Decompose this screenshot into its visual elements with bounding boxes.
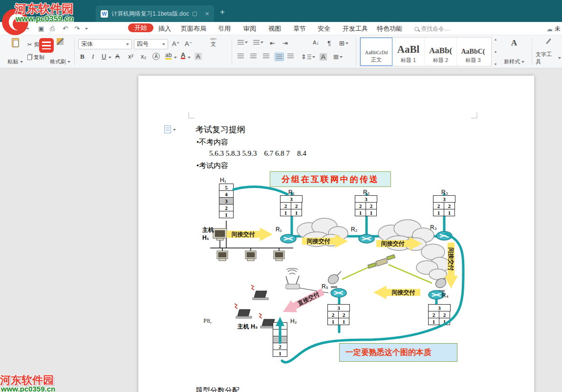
label-router5: R₅ xyxy=(322,283,328,290)
file-menu-label: 文件 xyxy=(12,24,24,33)
align-center-button[interactable] xyxy=(250,54,257,58)
tab-document[interactable]: W 计算机网络复习1.1beta版.doc × xyxy=(96,5,214,22)
numbered-list-button[interactable] xyxy=(253,40,263,44)
pinyin-guide-button[interactable]: wén 文 xyxy=(210,37,216,47)
menu-section-label: 章节 xyxy=(293,24,306,33)
menu-review[interactable]: 审阅 xyxy=(243,24,256,33)
doc-page-ref[interactable]: P8, xyxy=(203,317,212,325)
tab-close-icon[interactable]: × xyxy=(205,10,209,18)
menu-section[interactable]: 章节 xyxy=(293,24,306,33)
doc-bullet-line[interactable]: •考试内容 xyxy=(196,161,228,170)
undo-icon[interactable]: ↶ xyxy=(63,25,68,32)
style-preview: AaBl xyxy=(397,43,420,56)
chevron-down-icon[interactable] xyxy=(188,57,191,59)
paste-button[interactable]: 粘贴 xyxy=(5,38,25,65)
show-marks-button[interactable]: ¶ xyxy=(327,40,331,47)
new-style-button[interactable]: A 新样式 xyxy=(501,38,527,65)
doc-exclude-line[interactable]: 5.6.3 5.8.3 5.9.3 6.7 6.8 7 8.4 xyxy=(209,149,306,158)
scroll-down-icon[interactable]: ▾ xyxy=(495,50,497,54)
highlight-color-button[interactable]: ab xyxy=(165,53,172,60)
tab-home[interactable]: 格式模板 xyxy=(42,5,75,22)
chevron-down-icon[interactable] xyxy=(85,28,88,30)
save-icon[interactable]: ▣ xyxy=(38,25,44,32)
font-color-button[interactable]: A xyxy=(181,52,185,59)
style-heading3[interactable]: AaBbC( 标题 3 xyxy=(457,38,489,66)
bullet-list-button[interactable] xyxy=(238,40,248,44)
menu-review-label: 审阅 xyxy=(243,24,256,33)
scroll-up-icon[interactable]: ▴ xyxy=(495,37,497,41)
menu-special-features[interactable]: 特色功能 xyxy=(377,24,402,33)
redo-icon[interactable]: ↷ xyxy=(74,25,80,32)
paragraph-handle-icon[interactable] xyxy=(164,125,171,133)
underline-button[interactable]: U xyxy=(102,53,106,60)
tab-stops-button[interactable]: ⊞ xyxy=(339,40,348,47)
style-preview: AaBb( xyxy=(429,46,452,56)
cloud-sync-icon: ☁ xyxy=(546,25,553,33)
strikethrough-button[interactable]: A xyxy=(115,53,120,60)
character-shading-button[interactable]: A xyxy=(195,53,202,60)
sync-status[interactable]: ☁ 未 xyxy=(546,24,561,33)
style-heading1[interactable]: AaBl 标题 1 xyxy=(392,38,425,66)
distribute-button[interactable] xyxy=(287,54,294,58)
cut-button[interactable]: ✂ 剪切 xyxy=(27,41,44,48)
menu-view[interactable]: 视图 xyxy=(268,24,281,33)
increase-indent-button[interactable]: ⇥ xyxy=(282,40,288,47)
divider xyxy=(232,38,232,65)
line-spacing-button[interactable]: ⇕ xyxy=(301,53,315,61)
chevron-down-icon xyxy=(126,43,129,45)
cut-label: 剪切 xyxy=(34,41,44,48)
format-painter-button[interactable]: 格式刷 xyxy=(49,38,71,65)
doc-bottom-line[interactable]: 题型分数分配 xyxy=(195,386,239,392)
shrink-font-button[interactable]: A⁻ xyxy=(185,40,193,47)
stack-cell: 2 xyxy=(280,202,291,209)
stack-cell: 3 xyxy=(273,336,287,343)
style-heading2[interactable]: AaBb( 标题 2 xyxy=(425,38,457,66)
document-page[interactable] xyxy=(138,76,534,392)
copy-icon xyxy=(27,55,32,60)
grow-font-button[interactable]: A⁺ xyxy=(172,40,180,47)
paragraph-shading-button[interactable]: A xyxy=(320,53,327,61)
font-size-select[interactable]: 四号 xyxy=(134,39,168,49)
doc-bullet-line[interactable]: •不考内容 xyxy=(196,138,228,147)
stack-cell: 5 xyxy=(273,322,287,330)
chevron-down-icon[interactable] xyxy=(174,57,177,59)
menu-insert[interactable]: 插入 xyxy=(158,24,171,33)
style-normal[interactable]: AaBbCcDd 正文 xyxy=(360,38,392,66)
menu-dev-tools[interactable]: 开发工具 xyxy=(343,24,368,33)
font-name-select[interactable]: 宋体 xyxy=(78,39,132,49)
subscript-button[interactable]: x₂ xyxy=(141,53,147,60)
label-router2: R₂ xyxy=(351,226,357,233)
italic-button[interactable]: I xyxy=(92,53,94,61)
style-label: 标题 2 xyxy=(433,57,448,64)
file-menu[interactable]: 文件 xyxy=(12,24,29,33)
menu-security[interactable]: 安全 xyxy=(318,24,330,33)
borders-button[interactable]: ⊞ xyxy=(333,53,343,61)
find-command[interactable]: 查找命令… xyxy=(414,24,450,33)
decrease-indent-button[interactable]: ⇤ xyxy=(270,40,275,47)
menu-page-layout[interactable]: 页面布局 xyxy=(181,24,206,33)
gallery-more-icon[interactable]: ▾ xyxy=(495,62,497,66)
enclosed-character-button[interactable]: A xyxy=(152,53,160,60)
sort-button[interactable]: A↓ xyxy=(313,40,319,45)
menu-dev-tools-label: 开发工具 xyxy=(343,24,368,33)
copy-button[interactable]: 复制 xyxy=(27,54,44,61)
menu-references[interactable]: 引用 xyxy=(218,24,231,33)
chevron-down-icon[interactable] xyxy=(108,57,111,59)
router4-stack: 3 22 11 xyxy=(429,305,451,325)
bold-button[interactable]: B xyxy=(80,53,85,61)
menu-special-features-label: 特色功能 xyxy=(377,24,402,33)
align-left-button[interactable] xyxy=(238,54,244,58)
align-right-button[interactable] xyxy=(263,54,269,58)
chevron-down-icon[interactable] xyxy=(173,129,176,131)
justify-button[interactable] xyxy=(275,53,284,61)
label-r2: R₂ xyxy=(363,189,369,196)
chevron-down-icon xyxy=(245,41,248,43)
menu-home[interactable]: 开始 xyxy=(128,23,153,32)
numbered-list-icon xyxy=(253,40,259,44)
new-tab-button[interactable]: + xyxy=(220,7,225,17)
text-tool-button[interactable]: 文字工具 xyxy=(536,38,561,65)
superscript-button[interactable]: x² xyxy=(128,53,133,60)
doc-heading[interactable]: 考试复习提纲 xyxy=(195,124,245,135)
print-icon[interactable]: ⎙ xyxy=(50,25,55,33)
chevron-down-icon xyxy=(521,61,524,63)
